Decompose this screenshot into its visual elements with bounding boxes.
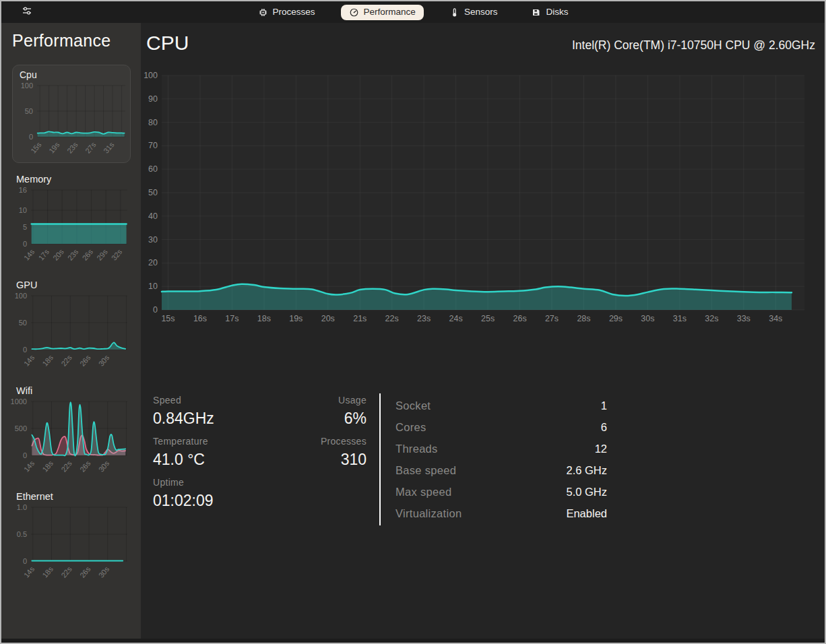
uptime-value: 01:02:09 bbox=[153, 492, 214, 510]
speed-value: 0.84GHz bbox=[153, 410, 214, 428]
svg-text:14s: 14s bbox=[22, 247, 36, 262]
svg-text:33s: 33s bbox=[737, 314, 751, 323]
svg-text:28s: 28s bbox=[577, 314, 590, 323]
svg-text:32s: 32s bbox=[705, 314, 718, 323]
wifi-mini-label: Wifi bbox=[16, 385, 32, 396]
floppy-disk-icon bbox=[531, 7, 541, 18]
svg-text:1.0: 1.0 bbox=[17, 503, 27, 511]
table-row: Socket 1 bbox=[395, 395, 607, 416]
threads-value: 12 bbox=[595, 443, 607, 455]
svg-text:19s: 19s bbox=[289, 314, 303, 323]
svg-text:0.5: 0.5 bbox=[17, 530, 27, 538]
page-title: CPU bbox=[146, 32, 189, 55]
svg-text:25s: 25s bbox=[481, 314, 495, 323]
table-row: Threads 12 bbox=[395, 438, 607, 459]
svg-text:17s: 17s bbox=[37, 247, 51, 262]
svg-text:14s: 14s bbox=[22, 353, 36, 368]
threads-label: Threads bbox=[395, 443, 438, 455]
svg-text:15s: 15s bbox=[29, 140, 43, 155]
gpu-mini-label: GPU bbox=[16, 280, 37, 290]
sidebar-item-cpu[interactable]: Cpu 05010015s19s23s27s31s bbox=[12, 65, 131, 163]
cpu-utilization-chart: 010203040506070809010015s16s17s18s19s20s… bbox=[144, 67, 814, 331]
gauge-icon bbox=[349, 7, 359, 18]
svg-text:22s: 22s bbox=[59, 353, 73, 368]
gpu-mini-chart: 05010014s18s22s26s30s bbox=[7, 292, 131, 374]
svg-text:14s: 14s bbox=[22, 459, 36, 474]
svg-text:29s: 29s bbox=[609, 314, 623, 323]
svg-text:22s: 22s bbox=[385, 314, 399, 323]
svg-text:100: 100 bbox=[15, 292, 27, 300]
usage-value: 6% bbox=[257, 410, 367, 428]
svg-text:50: 50 bbox=[25, 107, 33, 115]
socket-label: Socket bbox=[395, 399, 431, 412]
cores-label: Cores bbox=[395, 421, 426, 434]
cpu-mini-label: Cpu bbox=[20, 69, 37, 80]
tab-performance[interactable]: Performance bbox=[341, 5, 424, 20]
svg-text:17s: 17s bbox=[225, 314, 239, 323]
table-row: Base speed 2.6 GHz bbox=[395, 459, 607, 481]
uptime-label: Uptime bbox=[153, 477, 184, 488]
tab-label: Sensors bbox=[464, 7, 498, 17]
tab-disks[interactable]: Disks bbox=[523, 5, 576, 20]
svg-text:70: 70 bbox=[148, 141, 158, 150]
stats-divider bbox=[379, 393, 381, 525]
table-row: Cores 6 bbox=[395, 416, 607, 438]
svg-text:0: 0 bbox=[23, 557, 27, 565]
svg-text:29s: 29s bbox=[95, 247, 109, 262]
sidebar-title: Performance bbox=[12, 31, 110, 51]
tab-processes[interactable]: Processes bbox=[250, 5, 323, 20]
cores-value: 6 bbox=[601, 421, 607, 434]
performance-sidebar: Performance Cpu 05010015s19s23s27s31s Me… bbox=[1, 23, 141, 639]
svg-text:10: 10 bbox=[148, 282, 158, 291]
processes-value: 310 bbox=[257, 451, 367, 469]
tab-sensors[interactable]: Sensors bbox=[441, 5, 506, 20]
svg-text:50: 50 bbox=[19, 319, 27, 327]
svg-text:26s: 26s bbox=[513, 314, 527, 323]
preferences-button[interactable] bbox=[18, 4, 36, 20]
svg-text:23s: 23s bbox=[65, 140, 80, 155]
virtualization-value: Enabled bbox=[566, 507, 607, 520]
wifi-mini-chart: 0500100014s18s22s26s30s bbox=[7, 397, 131, 480]
chip-icon bbox=[258, 7, 268, 18]
svg-text:5: 5 bbox=[23, 223, 27, 231]
svg-text:18s: 18s bbox=[257, 314, 271, 323]
svg-text:0: 0 bbox=[153, 305, 158, 315]
svg-text:18s: 18s bbox=[40, 353, 55, 368]
cpu-info-table: Socket 1 Cores 6 Threads 12 Base speed 2… bbox=[395, 395, 607, 524]
svg-text:0: 0 bbox=[23, 240, 27, 248]
table-row: Virtualization Enabled bbox=[395, 503, 607, 524]
svg-text:100: 100 bbox=[21, 82, 33, 90]
svg-text:26s: 26s bbox=[78, 353, 92, 368]
svg-text:40: 40 bbox=[148, 212, 158, 221]
svg-text:14s: 14s bbox=[22, 565, 36, 579]
svg-text:20s: 20s bbox=[321, 314, 335, 323]
svg-text:30s: 30s bbox=[97, 459, 111, 474]
cpu-mini-chart: 05010015s19s23s27s31s bbox=[14, 82, 129, 158]
svg-text:18s: 18s bbox=[40, 459, 55, 474]
svg-text:22s: 22s bbox=[59, 459, 73, 474]
max-speed-value: 5.0 GHz bbox=[566, 486, 607, 498]
svg-text:20s: 20s bbox=[51, 247, 65, 262]
svg-text:50: 50 bbox=[148, 188, 158, 197]
svg-text:16s: 16s bbox=[193, 314, 207, 323]
svg-text:1000: 1000 bbox=[11, 397, 27, 406]
svg-text:16: 16 bbox=[19, 186, 27, 194]
temperature-label: Temperature bbox=[153, 436, 208, 447]
processes-label: Processes bbox=[257, 436, 367, 447]
tab-label: Performance bbox=[364, 7, 416, 17]
svg-text:18s: 18s bbox=[40, 565, 55, 579]
svg-text:0: 0 bbox=[29, 133, 33, 141]
tab-label: Processes bbox=[273, 7, 315, 17]
svg-text:10: 10 bbox=[19, 206, 27, 214]
svg-text:24s: 24s bbox=[449, 314, 463, 323]
svg-text:30s: 30s bbox=[97, 565, 111, 579]
ethernet-mini-chart: 00.51.014s18s22s26s30s bbox=[7, 503, 131, 585]
base-speed-value: 2.6 GHz bbox=[566, 464, 607, 477]
table-row: Max speed 5.0 GHz bbox=[395, 481, 607, 503]
svg-text:21s: 21s bbox=[353, 314, 367, 323]
svg-text:32s: 32s bbox=[110, 247, 124, 262]
svg-text:500: 500 bbox=[15, 424, 27, 432]
ethernet-mini-label: Ethernet bbox=[16, 491, 53, 502]
svg-text:15s: 15s bbox=[161, 314, 174, 323]
svg-text:80: 80 bbox=[148, 118, 158, 127]
